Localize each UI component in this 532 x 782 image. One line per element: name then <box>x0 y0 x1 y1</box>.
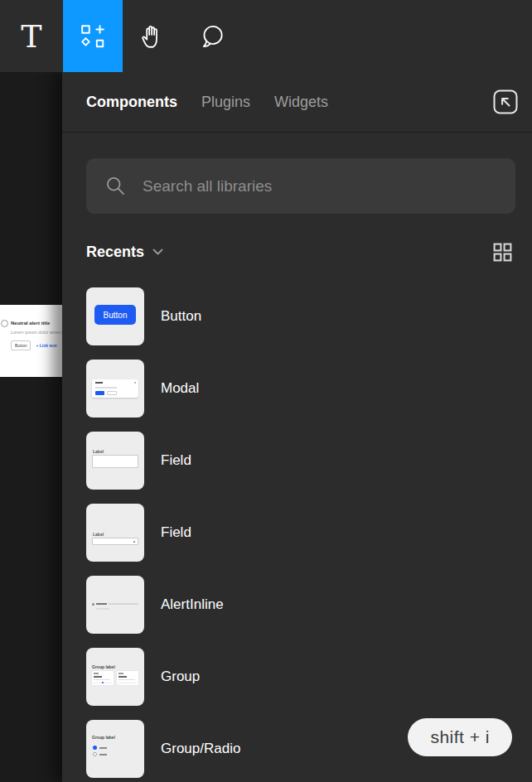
text-tool-button[interactable]: T <box>0 0 63 72</box>
component-label: Button <box>161 308 201 325</box>
component-tool-button[interactable] <box>63 0 123 72</box>
canvas-alert-preview: Neutral alert title Lorem ipsum dolor am… <box>0 305 62 377</box>
comment-icon <box>198 22 226 51</box>
thumb-group-label: Group label <box>92 735 115 740</box>
component-label: Modal <box>161 380 199 397</box>
alert-title: Neutral alert title <box>11 321 50 326</box>
tab-components[interactable]: Components <box>86 94 177 111</box>
thumb-group-label: Group label <box>92 664 115 669</box>
component-thumbnail <box>86 360 144 418</box>
component-item-modal[interactable]: Modal <box>86 360 532 418</box>
component-label: AlertInline <box>161 596 224 613</box>
component-item-alertinline[interactable]: AlertInline <box>86 576 532 634</box>
component-label: Group/Radio <box>161 741 240 757</box>
component-label: Field <box>161 452 191 469</box>
alert-info-icon <box>1 320 8 327</box>
component-thumbnail: Button <box>86 287 144 345</box>
alert-button: Button <box>11 340 31 350</box>
thumb-field-label: Label <box>93 532 104 537</box>
component-item-group[interactable]: Group label Group <box>86 648 532 706</box>
component-item-field-2[interactable]: Label Field <box>86 504 532 562</box>
thumb-field-input <box>92 538 138 545</box>
component-list: Button Button Modal Label Field <box>86 287 532 778</box>
chevron-down-icon <box>152 249 163 256</box>
canvas-area[interactable]: Neutral alert title Lorem ipsum dolor am… <box>0 72 62 782</box>
recents-dropdown[interactable]: Recents <box>86 244 163 261</box>
radio-selected-icon <box>93 746 97 750</box>
shortcut-badge: shift + i <box>408 718 512 756</box>
thumb-field-label: Label <box>93 449 104 454</box>
component-label: Group <box>161 669 200 685</box>
radio-unselected-icon <box>93 752 97 756</box>
alert-body-text: Lorem ipsum dolor amet conse <box>11 330 62 335</box>
minimize-panel-button[interactable] <box>490 86 521 118</box>
panel-tabs: Components Plugins Widgets <box>62 72 532 133</box>
component-item-field[interactable]: Label Field <box>86 432 532 490</box>
arrow-top-left-icon <box>491 87 520 117</box>
hand-icon <box>138 22 167 51</box>
thumb-field-input <box>92 455 138 468</box>
comment-tool-button[interactable] <box>182 0 242 72</box>
grid-view-button[interactable] <box>491 241 513 263</box>
components-panel: Components Plugins Widgets Recents <box>62 72 532 782</box>
component-thumbnail: Label <box>86 432 144 490</box>
alert-link: + Link text <box>36 343 56 348</box>
search-icon <box>104 175 127 197</box>
recents-header-row: Recents <box>86 241 513 263</box>
text-tool-icon: T <box>21 21 41 52</box>
alert-actions: Button + Link text <box>11 340 56 350</box>
thumb-modal-preview <box>92 379 138 398</box>
thumb-button-preview: Button <box>94 305 136 325</box>
component-label: Field <box>161 524 191 541</box>
tab-widgets[interactable]: Widgets <box>274 94 328 111</box>
component-thumbnail: Label <box>86 504 144 562</box>
component-thumbnail: Group label <box>86 648 144 706</box>
component-icon <box>80 23 106 50</box>
search-bar[interactable] <box>86 158 515 214</box>
component-thumbnail <box>86 576 144 634</box>
hand-tool-button[interactable] <box>123 0 182 72</box>
tab-plugins[interactable]: Plugins <box>201 94 250 111</box>
figma-app-window: T Neutral alert title <box>0 0 532 782</box>
search-input[interactable] <box>141 176 515 196</box>
toolbar: T <box>0 0 532 72</box>
component-thumbnail: Group label <box>86 720 144 778</box>
recents-title: Recents <box>86 244 144 261</box>
grid-icon <box>492 242 513 263</box>
component-item-button[interactable]: Button Button <box>86 287 532 345</box>
